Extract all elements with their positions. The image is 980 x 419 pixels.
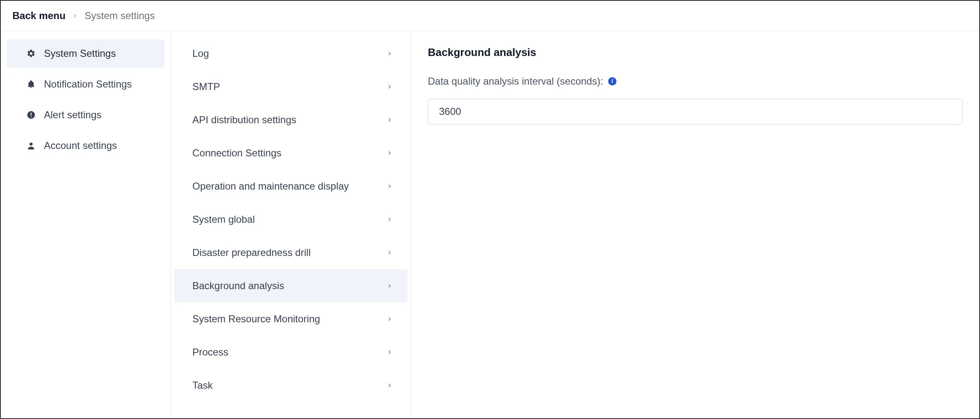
subnav-item-api-distribution[interactable]: API distribution settings bbox=[174, 103, 408, 136]
bell-icon bbox=[27, 80, 36, 89]
subnav-item-log[interactable]: Log bbox=[174, 37, 408, 70]
chevron-right-icon bbox=[387, 316, 393, 322]
chevron-right-icon bbox=[387, 84, 393, 90]
alert-circle-icon bbox=[27, 110, 36, 119]
chevron-right-icon bbox=[387, 150, 393, 156]
sidebar-item-system-settings[interactable]: System Settings bbox=[7, 39, 165, 68]
subnav-item-label: Connection Settings bbox=[192, 147, 281, 159]
subnav-item-process[interactable]: Process bbox=[174, 336, 408, 369]
sidebar-item-notification-settings[interactable]: Notification Settings bbox=[7, 70, 165, 98]
subnav-item-smtp[interactable]: SMTP bbox=[174, 70, 408, 103]
svg-rect-2 bbox=[31, 117, 32, 117]
chevron-right-icon bbox=[387, 382, 393, 388]
subnav-item-disaster-drill[interactable]: Disaster preparedness drill bbox=[174, 236, 408, 269]
chevron-right-icon bbox=[387, 250, 393, 256]
chevron-right-icon bbox=[387, 51, 393, 56]
subnav-item-label: Log bbox=[192, 48, 209, 59]
subnav-item-label: API distribution settings bbox=[192, 114, 296, 126]
user-icon bbox=[27, 141, 36, 150]
content-panel: Background analysis Data quality analysi… bbox=[411, 31, 979, 415]
sidebar-item-label: Alert settings bbox=[44, 109, 102, 121]
subnav-item-connection-settings[interactable]: Connection Settings bbox=[174, 136, 408, 170]
chevron-right-icon bbox=[387, 183, 393, 189]
subnav-item-label: System global bbox=[192, 214, 255, 225]
subnav-item-label: SMTP bbox=[192, 81, 220, 93]
subnav-item-task[interactable]: Task bbox=[174, 369, 408, 402]
sidebar-item-label: System Settings bbox=[44, 48, 116, 59]
main-layout: System Settings Notification Settings Al… bbox=[1, 31, 979, 415]
chevron-right-icon bbox=[387, 117, 393, 123]
info-icon[interactable]: i bbox=[608, 77, 616, 85]
svg-point-3 bbox=[29, 143, 32, 146]
subnav-item-label: System Resource Monitoring bbox=[192, 313, 320, 325]
chevron-right-icon bbox=[387, 283, 393, 289]
svg-rect-1 bbox=[31, 113, 32, 116]
gear-icon bbox=[27, 49, 36, 58]
breadcrumb: Back menu System settings bbox=[1, 1, 979, 31]
field-label: Data quality analysis interval (seconds)… bbox=[428, 76, 603, 87]
sidebar-item-account-settings[interactable]: Account settings bbox=[7, 132, 165, 160]
subnav-item-system-global[interactable]: System global bbox=[174, 203, 408, 236]
subnav-item-operation-maintenance[interactable]: Operation and maintenance display bbox=[174, 170, 408, 203]
subnav-item-background-analysis[interactable]: Background analysis bbox=[174, 269, 408, 302]
field-label-row: Data quality analysis interval (seconds)… bbox=[428, 76, 963, 87]
subnav-item-label: Background analysis bbox=[192, 280, 284, 292]
sidebar: System Settings Notification Settings Al… bbox=[1, 31, 171, 415]
subnav-item-label: Disaster preparedness drill bbox=[192, 247, 310, 258]
subnav-item-label: Process bbox=[192, 346, 228, 358]
subnav-item-label: Task bbox=[192, 380, 213, 391]
breadcrumb-current: System settings bbox=[85, 10, 155, 22]
sidebar-item-label: Account settings bbox=[44, 140, 117, 151]
interval-input[interactable] bbox=[428, 99, 963, 124]
subnav-item-system-resource-monitoring[interactable]: System Resource Monitoring bbox=[174, 302, 408, 336]
breadcrumb-back[interactable]: Back menu bbox=[12, 10, 65, 22]
subnav-item-label: Operation and maintenance display bbox=[192, 180, 349, 192]
content-title: Background analysis bbox=[428, 46, 963, 59]
sidebar-item-alert-settings[interactable]: Alert settings bbox=[7, 101, 165, 129]
subnav: Log SMTP API distribution settings Conne… bbox=[171, 31, 411, 415]
chevron-right-icon bbox=[387, 217, 393, 222]
sidebar-item-label: Notification Settings bbox=[44, 78, 132, 90]
chevron-right-icon bbox=[387, 349, 393, 355]
chevron-right-icon bbox=[72, 13, 78, 19]
